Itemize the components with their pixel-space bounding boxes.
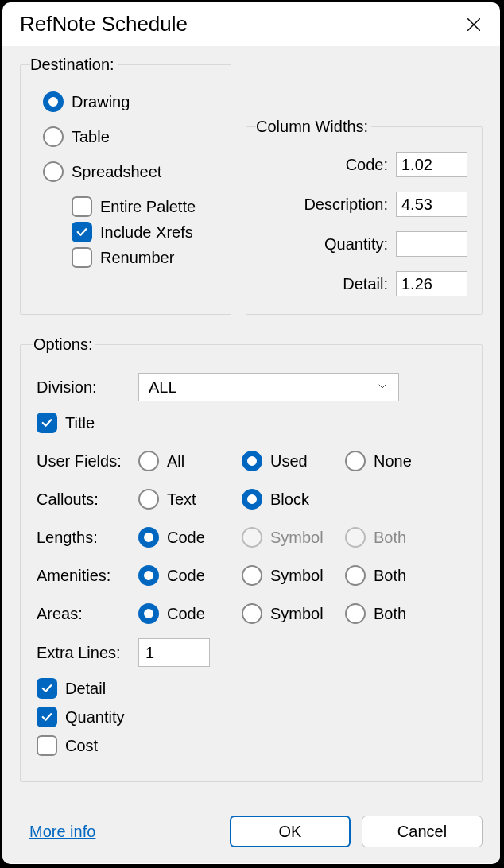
lengths-label: Lengths: — [37, 529, 138, 547]
radio-label: All — [167, 451, 184, 471]
checkbox-label: Quantity — [65, 707, 124, 727]
radio-label: Symbol — [270, 528, 324, 547]
radio-icon — [43, 126, 64, 147]
entire-palette-checkbox[interactable]: Entire Palette — [72, 196, 218, 217]
checkbox-icon — [37, 707, 57, 727]
amenities-both-radio[interactable]: Both — [345, 565, 440, 586]
close-button[interactable] — [462, 13, 486, 37]
radio-label: Drawing — [72, 92, 130, 111]
amenities-code-radio[interactable]: Code — [138, 565, 242, 586]
lengths-both-radio: Both — [345, 527, 440, 548]
checkbox-icon — [72, 247, 92, 268]
ok-button[interactable]: OK — [230, 816, 351, 847]
radio-icon — [345, 451, 366, 471]
radio-label: Symbol — [270, 566, 324, 585]
column-widths-legend: Column Widths: — [256, 118, 371, 136]
checkbox-label: Cost — [65, 736, 98, 755]
radio-icon — [345, 565, 366, 586]
destination-spreadsheet-radio[interactable]: Spreadsheet — [43, 161, 218, 182]
radio-label: Table — [72, 127, 110, 146]
areas-symbol-radio[interactable]: Symbol — [242, 603, 345, 624]
radio-icon — [242, 565, 262, 586]
checkbox-label: Renumber — [100, 248, 174, 267]
radio-label: Code — [167, 528, 205, 547]
user-fields-label: User Fields: — [37, 452, 138, 471]
description-width-label: Description: — [261, 196, 388, 214]
code-width-input[interactable] — [396, 152, 467, 177]
destination-drawing-radio[interactable]: Drawing — [43, 91, 218, 112]
radio-icon — [43, 91, 64, 112]
column-widths-group: Column Widths: Code: Description: Quanti… — [246, 118, 483, 315]
destination-legend: Destination: — [30, 56, 118, 74]
radio-label: Block — [270, 490, 309, 509]
radio-icon — [138, 603, 159, 624]
amenities-symbol-radio[interactable]: Symbol — [242, 565, 345, 586]
radio-icon — [242, 603, 262, 624]
checkbox-icon — [37, 678, 57, 699]
areas-both-radio[interactable]: Both — [345, 603, 440, 624]
callouts-label: Callouts: — [37, 490, 138, 509]
checkbox-label: Entire Palette — [100, 197, 196, 216]
detail-checkbox[interactable]: Detail — [37, 678, 466, 699]
radio-label: Used — [270, 451, 308, 471]
quantity-width-input[interactable] — [396, 231, 467, 257]
cost-checkbox[interactable]: Cost — [37, 735, 466, 756]
detail-width-input[interactable] — [396, 271, 467, 296]
quantity-width-label: Quantity: — [261, 235, 388, 254]
radio-icon — [138, 489, 159, 510]
options-legend: Options: — [33, 335, 95, 354]
radio-icon — [242, 451, 262, 471]
radio-label: Both — [374, 566, 406, 585]
checkbox-label: Include Xrefs — [100, 223, 193, 242]
destination-table-radio[interactable]: Table — [43, 126, 218, 147]
callouts-block-radio[interactable]: Block — [242, 489, 345, 510]
radio-icon — [345, 603, 366, 624]
radio-icon — [345, 527, 366, 548]
radio-icon — [242, 527, 262, 548]
radio-label: Spreadsheet — [72, 162, 161, 181]
code-width-label: Code: — [261, 156, 388, 174]
chevron-down-icon — [376, 378, 389, 397]
close-icon — [465, 16, 483, 33]
detail-width-label: Detail: — [261, 275, 388, 293]
extra-lines-input[interactable] — [138, 638, 210, 667]
areas-code-radio[interactable]: Code — [138, 603, 242, 624]
radio-label: Symbol — [270, 604, 324, 623]
radio-icon — [242, 489, 262, 510]
user-fields-none-radio[interactable]: None — [345, 451, 440, 471]
division-select[interactable]: ALL — [138, 373, 399, 401]
division-value: ALL — [149, 378, 177, 397]
user-fields-used-radio[interactable]: Used — [242, 451, 345, 471]
radio-label: Both — [374, 604, 406, 623]
amenities-label: Amenities: — [37, 567, 138, 585]
radio-icon — [43, 161, 64, 182]
quantity-checkbox[interactable]: Quantity — [37, 707, 466, 727]
refnote-schedule-dialog: RefNote Schedule Destination: Drawing Ta… — [2, 2, 500, 864]
checkbox-icon — [72, 196, 92, 217]
checkbox-icon — [72, 222, 92, 242]
radio-label: None — [374, 451, 412, 471]
options-group: Options: Division: ALL Title User Fields… — [20, 335, 483, 782]
description-width-input[interactable] — [396, 192, 467, 217]
dialog-body: Destination: Drawing Table Spreadsheet — [2, 46, 500, 863]
include-xrefs-checkbox[interactable]: Include Xrefs — [72, 222, 218, 242]
more-info-link[interactable]: More info — [29, 823, 95, 841]
cancel-button[interactable]: Cancel — [362, 816, 483, 847]
lengths-symbol-radio: Symbol — [242, 527, 345, 548]
checkbox-label: Detail — [65, 679, 106, 698]
radio-label: Code — [167, 604, 205, 623]
title-checkbox[interactable]: Title — [37, 413, 466, 433]
radio-label: Both — [374, 528, 406, 547]
radio-label: Code — [167, 566, 205, 585]
radio-icon — [138, 451, 159, 471]
dialog-title: RefNote Schedule — [20, 12, 188, 37]
user-fields-all-radio[interactable]: All — [138, 451, 242, 471]
checkbox-icon — [37, 413, 57, 433]
checkbox-icon — [37, 735, 57, 756]
checkbox-label: Title — [65, 413, 95, 432]
renumber-checkbox[interactable]: Renumber — [72, 247, 218, 268]
callouts-text-radio[interactable]: Text — [138, 489, 242, 510]
destination-group: Destination: Drawing Table Spreadsheet — [20, 56, 231, 315]
lengths-code-radio[interactable]: Code — [138, 527, 242, 548]
dialog-footer: More info OK Cancel — [2, 804, 500, 863]
